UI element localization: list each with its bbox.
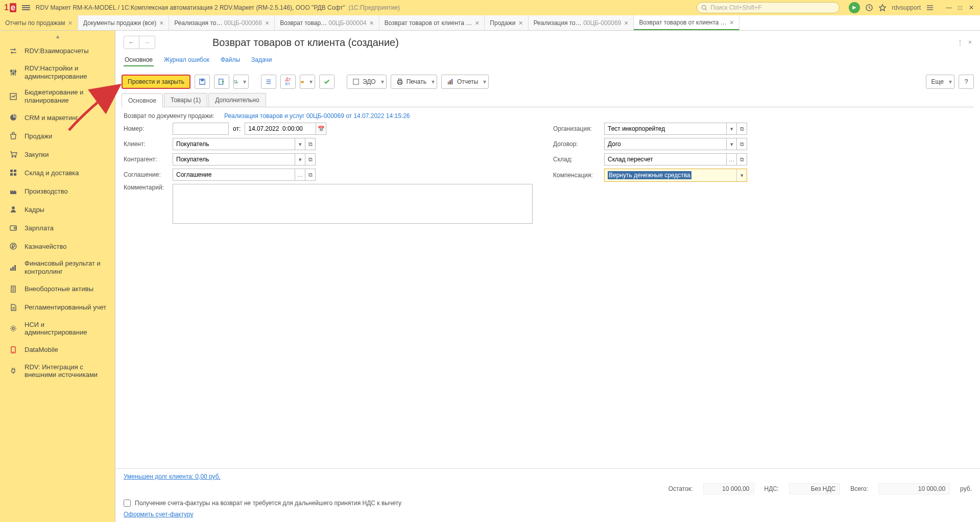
window-close-icon[interactable]: ✕ <box>967 3 976 12</box>
sidebar-item-2[interactable]: Бюджетирование и планирование <box>0 84 115 108</box>
number-input[interactable] <box>173 123 229 135</box>
dropdown-icon[interactable]: ▾ <box>295 138 305 150</box>
sidebar-item-1[interactable]: RDV:Настройки и администрирование <box>0 60 115 84</box>
contract-input[interactable] <box>604 138 727 150</box>
sidebar-item-5[interactable]: Закупки <box>0 145 115 163</box>
close-icon[interactable]: × <box>475 19 479 27</box>
print-button[interactable]: Печать <box>391 75 437 89</box>
sidebar-item-11[interactable]: Финансовый результат и контроллинг <box>0 255 115 279</box>
compensation-input[interactable]: Вернуть денежные средства <box>605 169 736 181</box>
structure-button[interactable] <box>261 75 276 89</box>
comment-input[interactable] <box>173 184 533 224</box>
page-close-icon[interactable]: × <box>968 39 972 46</box>
sidebar-item-9[interactable]: Зарплата <box>0 219 115 237</box>
close-icon[interactable]: × <box>730 18 734 27</box>
sidebar-item-3[interactable]: CRM и маркетинг <box>0 108 115 127</box>
create-invoice-link[interactable]: Оформить счет-фактуру <box>124 511 193 518</box>
debt-link[interactable]: Уменьшен долг клиента: 0,00 руб. <box>124 473 221 480</box>
select-icon[interactable]: … <box>295 169 305 181</box>
sidebar-item-7[interactable]: Производство <box>0 182 115 200</box>
post-and-close-button[interactable]: Провести и закрыть <box>122 75 190 89</box>
edo-button[interactable]: ЭДО <box>347 75 387 89</box>
page-menu-icon[interactable]: ⋮ <box>957 39 963 46</box>
sidebar-item-6[interactable]: Склад и доставка <box>0 163 115 182</box>
open-icon[interactable]: ⧉ <box>737 153 747 165</box>
menu-icon[interactable] <box>20 3 32 13</box>
date-input[interactable] <box>245 123 316 135</box>
sidebar-item-15[interactable]: DataMobile <box>0 341 115 359</box>
sidebar-item-12[interactable]: Внеоборотные активы <box>0 280 115 298</box>
tab-return-4[interactable]: Возврат товар… 00ЦБ-000004× <box>275 15 379 30</box>
counterparty-input[interactable] <box>173 153 295 165</box>
form-tab-extra[interactable]: Дополнительно <box>208 93 266 107</box>
invoice-not-required-checkbox[interactable] <box>124 500 131 507</box>
dropdown-icon[interactable]: ▾ <box>727 138 737 150</box>
tab-return-client-2[interactable]: Возврат товаров от клиента …× <box>634 15 739 30</box>
attach-button[interactable] <box>300 75 315 89</box>
org-input[interactable] <box>604 123 727 135</box>
sidebar-item-14[interactable]: НСИ и администрирование <box>0 317 115 341</box>
svg-rect-49 <box>398 79 401 81</box>
open-icon[interactable]: ⧉ <box>737 123 747 135</box>
close-icon[interactable]: × <box>518 19 522 27</box>
global-search-input[interactable]: Поиск Ctrl+Shift+F <box>697 2 840 13</box>
help-button[interactable]: ? <box>959 75 974 89</box>
select-icon[interactable]: … <box>727 153 737 165</box>
sidebar-item-4[interactable]: Продажи <box>0 127 115 145</box>
window-minimize-icon[interactable]: — <box>944 3 953 12</box>
sidebar-item-label: Казначейство <box>25 243 66 251</box>
post-button[interactable] <box>214 75 229 89</box>
subtab-files[interactable]: Файлы <box>220 54 241 66</box>
sidebar-collapse-icon[interactable]: ▴ <box>0 31 115 42</box>
close-icon[interactable]: × <box>265 19 269 27</box>
form-tab-main[interactable]: Основное <box>122 93 163 107</box>
tab-reports[interactable]: Отчеты по продажам× <box>0 15 78 30</box>
svg-rect-53 <box>451 79 453 85</box>
more-button[interactable]: Еще <box>926 75 954 89</box>
close-icon[interactable]: × <box>370 19 374 27</box>
agreement-input[interactable] <box>173 169 295 181</box>
dropdown-icon[interactable]: ▾ <box>727 123 737 135</box>
notifications-icon[interactable] <box>849 2 860 13</box>
sidebar-item-13[interactable]: Регламентированный учет <box>0 298 115 317</box>
check-button[interactable] <box>319 75 334 89</box>
dropdown-icon[interactable]: ▾ <box>736 169 747 181</box>
favorite-icon[interactable] <box>878 4 887 12</box>
save-button[interactable] <box>195 75 210 89</box>
open-icon[interactable]: ⧉ <box>305 138 316 150</box>
tab-return-client-1[interactable]: Возврат товаров от клиента …× <box>379 15 485 30</box>
sidebar-item-10[interactable]: Казначейство <box>0 237 115 255</box>
open-icon[interactable]: ⧉ <box>305 153 316 165</box>
subtab-tasks[interactable]: Задачи <box>250 54 273 66</box>
source-doc-link[interactable]: Реализация товаров и услуг 00ЦБ-000069 о… <box>224 112 410 120</box>
tab-realization-68[interactable]: Реализация то… 00ЦБ-000068× <box>169 15 275 30</box>
close-icon[interactable]: × <box>159 19 163 27</box>
nav-forward-button[interactable]: → <box>139 36 155 49</box>
history-icon[interactable] <box>865 4 873 12</box>
tab-documents[interactable]: Документы продажи (все)× <box>78 15 170 30</box>
settings-icon[interactable] <box>926 4 934 12</box>
subtab-errors[interactable]: Журнал ошибок <box>163 54 210 66</box>
calendar-icon[interactable]: 📅 <box>316 123 326 135</box>
user-label[interactable]: rdvsupport <box>892 4 921 11</box>
dt-kt-button[interactable]: ДтКт <box>280 75 296 89</box>
client-input[interactable] <box>173 138 295 150</box>
reports-button[interactable]: Отчеты <box>441 75 489 89</box>
sidebar-item-0[interactable]: RDV:Взаиморасчеты <box>0 42 115 60</box>
sidebar-item-16[interactable]: RDV: Интеграция с внешними источниками <box>0 359 115 383</box>
close-icon[interactable]: × <box>68 19 73 27</box>
sidebar-item-label: Регламентированный учет <box>25 303 106 312</box>
sidebar-item-8[interactable]: Кадры <box>0 200 115 219</box>
dropdown-icon[interactable]: ▾ <box>295 153 305 165</box>
create-based-button[interactable] <box>233 75 249 89</box>
tab-realization-69[interactable]: Реализация то… 00ЦБ-000069× <box>529 15 634 30</box>
warehouse-input[interactable] <box>604 153 727 165</box>
tab-sales[interactable]: Продажи× <box>485 15 528 30</box>
subtab-main[interactable]: Основное <box>124 54 154 66</box>
window-maximize-icon[interactable]: □ <box>955 3 965 12</box>
form-tab-goods[interactable]: Товары (1) <box>164 93 207 107</box>
open-icon[interactable]: ⧉ <box>737 138 747 150</box>
open-icon[interactable]: ⧉ <box>305 169 316 181</box>
close-icon[interactable]: × <box>624 19 628 27</box>
nav-back-button[interactable]: ← <box>124 36 139 49</box>
